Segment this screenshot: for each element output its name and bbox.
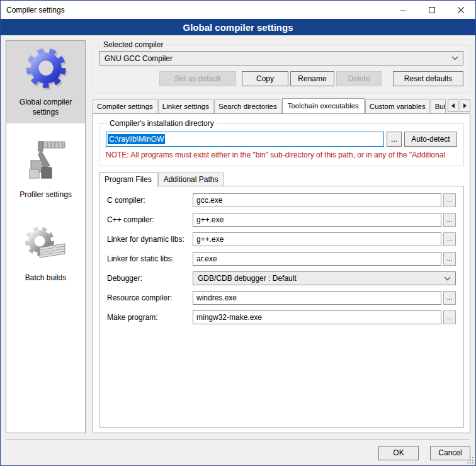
cpp-compiler-browse-button[interactable]: ... xyxy=(443,213,456,227)
close-icon xyxy=(458,7,464,13)
main-area: Global compiler settings Profiler settin… xyxy=(1,35,475,440)
footer: OK Cancel xyxy=(1,440,475,465)
make-program-browse-button[interactable]: ... xyxy=(443,310,456,324)
settings-tabstrip: Compiler settings Linker settings Search… xyxy=(93,98,470,113)
cpp-compiler-input[interactable] xyxy=(193,213,441,227)
copy-button[interactable]: Copy xyxy=(242,71,288,86)
tab-linker-settings[interactable]: Linker settings xyxy=(158,99,213,113)
window-controls xyxy=(388,1,475,19)
installation-directory-row: C:\raylib\MinGW ... Auto-detect xyxy=(106,132,457,147)
maximize-button[interactable] xyxy=(417,1,446,19)
gray-gear-stack-icon xyxy=(22,221,70,271)
field-row-c-compiler: C compiler: ... xyxy=(107,193,456,207)
installation-directory-group: Compiler's installation directory C:\ray… xyxy=(99,119,464,166)
tab-compiler-settings[interactable]: Compiler settings xyxy=(93,99,157,113)
linker-dynamic-input[interactable] xyxy=(193,232,441,246)
content-column: Selected compiler GNU GCC Compiler Set a… xyxy=(93,40,470,433)
c-compiler-label: C compiler: xyxy=(107,196,193,205)
linker-static-label: Linker for static libs: xyxy=(107,254,193,263)
linker-static-browse-button[interactable]: ... xyxy=(443,252,456,266)
linker-dynamic-label: Linker for dynamic libs: xyxy=(107,235,193,244)
compiler-settings-dialog: Compiler settings Global compiler settin… xyxy=(0,0,476,466)
field-row-resource-compiler: Resource compiler: ... xyxy=(107,291,456,305)
compiler-select[interactable]: GNU GCC Compiler xyxy=(99,51,463,65)
cancel-button[interactable]: Cancel xyxy=(430,446,470,460)
program-files-subtabstrip: Program Files Additional Paths xyxy=(99,171,464,186)
reset-defaults-button[interactable]: Reset defaults xyxy=(393,71,463,86)
resource-compiler-input[interactable] xyxy=(193,291,441,305)
cpp-compiler-label: C++ compiler: xyxy=(107,215,193,224)
installation-directory-browse-button[interactable]: ... xyxy=(387,132,402,147)
caliper-blocks-icon xyxy=(22,138,70,188)
blue-gear-icon xyxy=(22,45,70,96)
resize-grip[interactable] xyxy=(466,456,474,464)
chevron-down-icon xyxy=(444,276,451,281)
toolchain-executables-page: Compiler's installation directory C:\ray… xyxy=(93,113,470,433)
sidebar-item-profiler-settings[interactable]: Profiler settings xyxy=(6,134,85,207)
make-program-label: Make program: xyxy=(107,313,193,322)
delete-button[interactable]: Delete xyxy=(336,71,382,86)
sidebar-item-label: Global compiler settings xyxy=(8,98,84,117)
minimize-button[interactable] xyxy=(388,1,417,19)
window-title: Compiler settings xyxy=(6,6,65,14)
close-button[interactable] xyxy=(446,1,475,19)
debugger-label: Debugger: xyxy=(107,274,193,283)
sidebar-item-label: Profiler settings xyxy=(20,190,72,200)
installation-directory-group-label: Compiler's installation directory xyxy=(107,119,217,128)
resource-compiler-browse-button[interactable]: ... xyxy=(443,291,456,305)
right-arrow-icon xyxy=(463,103,467,108)
make-program-input[interactable] xyxy=(193,310,441,324)
sidebar-item-label: Batch builds xyxy=(25,273,66,283)
selected-compiler-group-label: Selected compiler xyxy=(101,40,166,49)
set-as-default-button[interactable]: Set as default xyxy=(159,71,236,86)
tab-build-options[interactable]: Build options xyxy=(431,99,446,113)
tab-toolchain-executables[interactable]: Toolchain executables xyxy=(282,98,365,113)
dialog-header: Global compiler settings xyxy=(1,19,475,35)
minimize-icon xyxy=(400,7,406,13)
tab-custom-variables[interactable]: Custom variables xyxy=(365,99,430,113)
chevron-down-icon xyxy=(451,56,458,60)
sidebar: Global compiler settings Profiler settin… xyxy=(6,40,86,433)
tab-scroll-left-button[interactable] xyxy=(448,99,458,112)
resource-compiler-label: Resource compiler: xyxy=(107,293,193,302)
rename-button[interactable]: Rename xyxy=(290,71,334,86)
selected-compiler-group: Selected compiler GNU GCC Compiler Set a… xyxy=(93,40,470,93)
field-row-cpp-compiler: C++ compiler: ... xyxy=(107,213,456,227)
titlebar: Compiler settings xyxy=(1,1,475,19)
linker-dynamic-browse-button[interactable]: ... xyxy=(443,232,456,246)
linker-static-input[interactable] xyxy=(193,252,441,266)
debugger-select-value: GDB/CDB debugger : Default xyxy=(198,274,444,283)
debugger-select[interactable]: GDB/CDB debugger : Default xyxy=(193,271,456,285)
field-row-linker-static: Linker for static libs: ... xyxy=(107,252,456,266)
installation-directory-value: C:\raylib\MinGW xyxy=(108,134,165,144)
c-compiler-input[interactable] xyxy=(193,193,441,207)
compiler-action-row: Set as default Copy Rename Delete Reset … xyxy=(99,71,463,86)
subtab-additional-paths[interactable]: Additional Paths xyxy=(158,173,224,186)
installation-directory-input[interactable]: C:\raylib\MinGW xyxy=(106,132,384,147)
program-files-panel: C compiler: ... C++ compiler: ... Linker… xyxy=(99,186,464,428)
ok-button[interactable]: OK xyxy=(378,446,419,460)
sidebar-item-batch-builds[interactable]: Batch builds xyxy=(6,217,85,290)
page-title: Global compiler settings xyxy=(183,22,293,33)
maximize-icon xyxy=(429,7,435,13)
bin-subdirectory-note: NOTE: All programs must exist either in … xyxy=(106,151,457,159)
left-arrow-icon xyxy=(451,103,455,108)
sidebar-item-global-compiler-settings[interactable]: Global compiler settings xyxy=(6,41,85,123)
field-row-linker-dynamic: Linker for dynamic libs: ... xyxy=(107,232,456,246)
c-compiler-browse-button[interactable]: ... xyxy=(443,193,456,207)
auto-detect-button[interactable]: Auto-detect xyxy=(404,132,457,147)
subtab-program-files[interactable]: Program Files xyxy=(99,172,157,186)
field-row-debugger: Debugger: GDB/CDB debugger : Default xyxy=(107,271,456,285)
tab-search-directories[interactable]: Search directories xyxy=(214,99,281,113)
compiler-select-value: GNU GCC Compiler xyxy=(105,54,451,63)
field-row-make-program: Make program: ... xyxy=(107,310,456,324)
tab-scroll-arrows xyxy=(448,99,470,112)
tab-scroll-right-button[interactable] xyxy=(460,99,470,112)
